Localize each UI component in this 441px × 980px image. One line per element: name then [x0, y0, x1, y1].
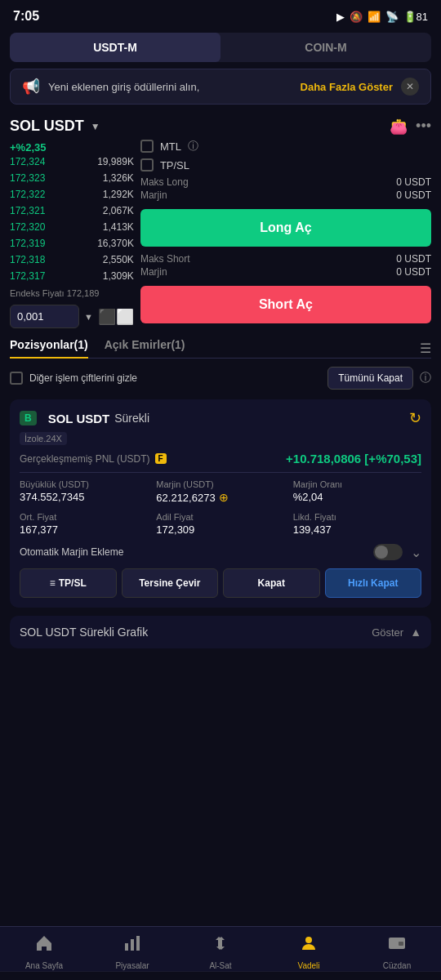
chevron-up-icon[interactable]: ▲: [410, 626, 421, 639]
reverse-button[interactable]: Tersine Çevir: [122, 568, 219, 598]
pos-details-grid: Büyüklük (USDT) 374.552,7345 Marjin (USD…: [20, 479, 421, 536]
adil-fiyat-value: 172,309: [156, 523, 284, 536]
megaphone-icon: 📢: [22, 78, 40, 96]
ob-price-6: 172,319: [10, 238, 45, 249]
banner-link[interactable]: Daha Fazla Göster: [301, 81, 393, 93]
ob-size-7: 2,550K: [103, 254, 134, 265]
markets-label: Piyasalar: [115, 961, 149, 970]
trading-panel: 👛 ••• MTL ⓘ TP/SL Maks Long 0 USDT Marji…: [140, 111, 431, 330]
status-icons: ▶ 🔕 📶 📡 🔋81: [336, 11, 428, 23]
promo-banner: 📢 Yeni eklenen giriş ödüllerini alın, Da…: [10, 69, 431, 105]
banner-text: Yeni eklenen giriş ödüllerini alın,: [48, 81, 292, 93]
margin-toggle-row: Otomatik Marjin Ekleme ⌄: [20, 544, 421, 560]
svg-rect-2: [136, 936, 140, 951]
auto-margin-toggle[interactable]: [373, 544, 403, 560]
wallet-icon[interactable]: 👛: [390, 118, 408, 136]
pnl-label-text: Gerçekleşmemiş PNL (USDT): [20, 453, 150, 465]
ort-fiyat-item: Ort. Fiyat 167,377: [20, 512, 148, 536]
nav-trade[interactable]: Al-Sat: [196, 933, 245, 970]
positions-menu-icon[interactable]: ☰: [420, 341, 431, 356]
marjin-oran-label: Marjin Oranı: [293, 479, 421, 489]
ob-row-6: 172,319 16,370K: [10, 236, 134, 251]
hide-pairs-label: Diğer işlem çiftlerini gizle: [29, 372, 137, 384]
mtl-info-icon[interactable]: ⓘ: [188, 139, 198, 154]
wifi-icon: 📡: [385, 11, 399, 23]
fast-close-button[interactable]: Hızlı Kapat: [325, 568, 422, 598]
tpsl-label: TP/SL: [160, 159, 189, 172]
position-card-sol-usdt: B SOL USDT Sürekli ↻ İzole.24X Gerçekleş…: [10, 399, 431, 608]
add-margin-icon[interactable]: ⊕: [219, 491, 229, 504]
filter-row: Diğer işlem çiftlerini gizle Tümünü Kapa…: [10, 367, 431, 390]
close-all-label: Tümünü Kapat: [338, 372, 403, 384]
tpsl-checkbox[interactable]: [140, 158, 154, 172]
bell-icon: 🔕: [350, 11, 363, 23]
order-book-rows: 172,324 19,989K 172,323 1,326K 172,322 1…: [10, 154, 134, 283]
markets-icon: [122, 933, 142, 958]
long-open-button[interactable]: Long Aç: [140, 209, 431, 247]
pnl-row: Gerçekleşmemiş PNL (USDT) F +10.718,0806…: [20, 452, 421, 473]
ob-size-8: 1,309K: [103, 270, 134, 282]
maks-short-value: 0 USDT: [396, 253, 431, 265]
maks-long-value: 0 USDT: [396, 176, 431, 188]
buyuklik-item: Büyüklük (USDT) 374.552,7345: [20, 479, 148, 504]
pos-card-header: B SOL USDT Sürekli ↻: [20, 409, 421, 427]
ob-row-5: 172,320 1,413K: [10, 220, 134, 234]
nav-home[interactable]: Ana Sayfa: [20, 933, 69, 970]
tab-positions[interactable]: Pozisyonlar(1): [10, 338, 88, 358]
chart-section-title: SOL USDT Sürekli Grafik: [20, 626, 148, 639]
lot-size-row: ▼ ⬛⬜: [10, 305, 134, 328]
nav-markets[interactable]: Piyasalar: [108, 933, 157, 970]
adil-fiyat-item: Adil Fiyat 172,309: [156, 512, 284, 536]
close-all-button[interactable]: Tümünü Kapat: [327, 367, 413, 390]
marjin-detail-value: 62.212,6273 ⊕: [156, 491, 284, 504]
nav-wallet[interactable]: Cüzdan: [372, 933, 421, 970]
symbol-row: SOL USDT ▼: [10, 111, 134, 140]
chart-type-icon[interactable]: ⬛⬜: [98, 308, 134, 326]
ob-row-3: 172,322 1,292K: [10, 187, 134, 202]
tab-coin-m[interactable]: COIN-M: [220, 33, 431, 62]
hide-pairs-checkbox[interactable]: [10, 372, 23, 385]
ob-size-2: 1,326K: [103, 172, 134, 184]
marjin-detail-label: Marjin (USDT): [156, 479, 284, 489]
marjin-short-value: 0 USDT: [396, 266, 431, 278]
ob-price-5: 172,320: [10, 221, 45, 233]
close-position-button[interactable]: Kapat: [223, 568, 320, 598]
ob-size-5: 1,413K: [103, 221, 134, 233]
trade-icon: [211, 933, 230, 958]
marjin-long-value: 0 USDT: [396, 189, 431, 201]
index-price: Endeks Fiyatı 172,189: [10, 283, 134, 301]
more-options-icon[interactable]: •••: [416, 118, 431, 136]
close-all-info-icon[interactable]: ⓘ: [420, 371, 431, 385]
mtl-checkbox[interactable]: [140, 140, 154, 153]
banner-close-button[interactable]: ✕: [401, 78, 419, 96]
symbol-dropdown-icon[interactable]: ▼: [91, 121, 100, 132]
lot-size-input[interactable]: [10, 305, 79, 328]
symbol-name[interactable]: SOL USDT: [10, 118, 84, 135]
tab-open-orders[interactable]: Açık Emirler(1): [105, 338, 185, 358]
ob-row-7: 172,318 2,550K: [10, 252, 134, 267]
lot-dropdown-icon[interactable]: ▼: [84, 312, 93, 322]
tpsl-list-icon: ≡: [50, 577, 56, 589]
tab-usdt-m[interactable]: USDT-M: [10, 33, 220, 62]
show-chart-button[interactable]: Göster: [372, 626, 403, 639]
expand-card-icon[interactable]: ⌄: [411, 545, 421, 560]
nav-futures[interactable]: Vadeli: [284, 933, 333, 970]
refresh-icon[interactable]: ↻: [409, 409, 421, 427]
panel-top-icons: 👛 •••: [140, 111, 431, 139]
short-open-button[interactable]: Short Aç: [140, 286, 431, 323]
pos-isolation-label: İzole.24X: [20, 432, 67, 445]
ob-price-8: 172,317: [10, 270, 45, 282]
main-trading-area: SOL USDT ▼ +%2,35 172,324 19,989K 172,32…: [0, 111, 441, 330]
likd-fiyat-label: Likd. Fiyatı: [293, 512, 421, 522]
ob-price-3: 172,322: [10, 189, 45, 200]
buyuklik-value: 374.552,7345: [20, 491, 148, 503]
pos-symbol-name: SOL USDT: [48, 412, 110, 425]
marjin-short-row: Marjin 0 USDT: [140, 266, 431, 278]
wallet-nav-icon: [387, 933, 407, 958]
pnl-value: +10.718,0806 [+%70,53]: [286, 452, 421, 466]
adil-fiyat-label: Adil Fiyat: [156, 512, 284, 522]
status-time: 7:05: [13, 9, 39, 24]
order-book-panel: SOL USDT ▼ +%2,35 172,324 19,989K 172,32…: [10, 111, 134, 330]
positions-section: Pozisyonlar(1) Açık Emirler(1) ☰ Diğer i…: [10, 338, 431, 608]
tpsl-button[interactable]: ≡ TP/SL: [20, 568, 117, 598]
